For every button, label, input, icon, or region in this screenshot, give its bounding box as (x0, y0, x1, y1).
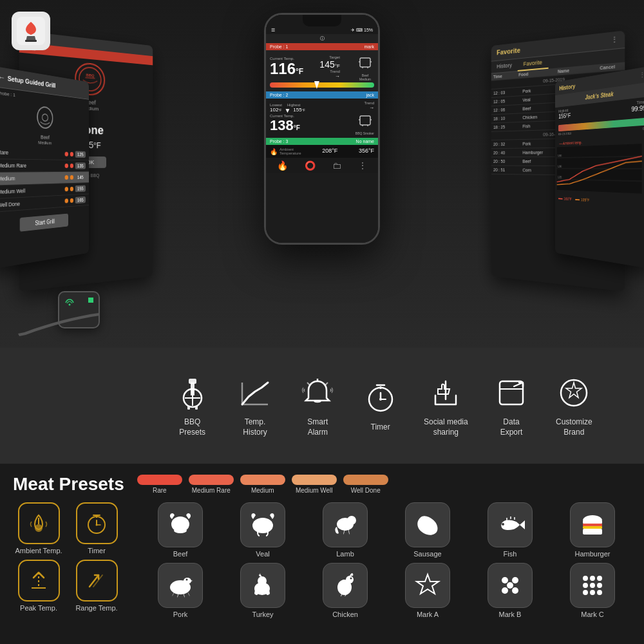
peak-temp-icon (18, 560, 60, 601)
svg-point-51 (502, 523, 504, 526)
app-logo (12, 12, 50, 50)
svg-point-2 (37, 106, 53, 129)
svg-point-60 (258, 576, 267, 585)
control-timer-label: Timer (88, 547, 106, 554)
bbq-presets-icon (173, 374, 212, 412)
meat-chicken[interactable]: Chicken (307, 563, 384, 618)
range-temp-icon (76, 560, 118, 601)
svg-rect-22 (195, 406, 198, 410)
hamburger-label: Hamburger (574, 550, 610, 558)
doneness-scale: Rare Medium Rare Medium Medium Well Well… (137, 475, 388, 494)
mark-c-label: Mark C (581, 611, 603, 618)
svg-text:160: 160 (558, 154, 562, 157)
svg-point-32 (379, 398, 382, 401)
start-grill-button[interactable]: Start Grill (20, 214, 68, 232)
feature-smart-alarm-label: SmartAlarm (307, 417, 328, 437)
medium-well-bar (292, 475, 337, 485)
svg-point-37 (35, 525, 42, 531)
svg-point-57 (184, 578, 191, 584)
temp-history-icon (236, 374, 274, 412)
meat-turkey[interactable]: Turkey (224, 563, 301, 618)
setup-guided-panel: ← Setup Guided Grill Probe : 1 Beef Medi… (0, 66, 89, 269)
lamb-icon (323, 502, 368, 547)
meat-mark-c[interactable]: Mark C (554, 563, 631, 618)
controls-row-2: Peak Temp. Range Temp. (13, 560, 129, 612)
meat-mark-a[interactable]: Mark A (389, 563, 466, 618)
veal-icon (240, 502, 285, 547)
svg-point-66 (507, 582, 513, 589)
data-export-icon (492, 374, 531, 412)
feature-social-sharing: Social mediasharing (424, 374, 468, 437)
chicken-label: Chicken (332, 611, 358, 618)
svg-rect-55 (583, 529, 602, 535)
phone-screen: ☰ ✈ ⌨ 15% ⓘ Probe : 1mark Current Temp. … (266, 15, 378, 243)
pork-icon (158, 563, 203, 608)
social-sharing-icon (426, 374, 465, 412)
svg-rect-52 (583, 520, 602, 524)
svg-text:105: 105 (558, 175, 562, 178)
features-section: BBQPresets Temp.History (0, 348, 644, 464)
svg-point-73 (590, 583, 595, 588)
svg-point-3 (43, 114, 48, 122)
history-food-temp-label: 105°F (581, 198, 589, 202)
feature-temp-history: Temp.History (236, 374, 274, 437)
customize-brand-icon (554, 374, 593, 412)
feature-data-export: DataExport (492, 374, 531, 437)
phone-mockup: ☰ ✈ ⌨ 15% ⓘ Probe : 1mark Current Temp. … (264, 13, 380, 245)
feature-smart-alarm: SmartAlarm (298, 374, 337, 437)
setup-title: Setup Guided Grill (8, 75, 56, 89)
control-timer-icon (76, 502, 118, 544)
ambient-temp-icon (18, 502, 60, 544)
svg-point-77 (597, 590, 602, 595)
svg-text:BBQ: BBQ (86, 73, 95, 78)
well-done-bar (343, 475, 388, 485)
meat-presets-title: Meat Presets (13, 474, 124, 495)
meat-sausage[interactable]: Sausage (389, 502, 466, 558)
svg-point-72 (583, 583, 588, 588)
svg-point-58 (186, 579, 188, 581)
svg-rect-53 (583, 524, 602, 526)
svg-text:130: 130 (558, 165, 562, 168)
feature-timer-label: Timer (371, 422, 390, 433)
feature-customize-brand-label: CustomizeBrand (556, 417, 592, 437)
svg-point-70 (590, 576, 595, 581)
mark-a-label: Mark A (417, 611, 439, 618)
feature-bbq-presets-label: BBQPresets (179, 417, 205, 437)
bottom-content: Ambient Temp. Timer (13, 502, 631, 618)
feature-customize-brand: CustomizeBrand (554, 374, 593, 437)
mark-c-icon (570, 563, 615, 608)
doneness-well-done: Well Done (343, 475, 388, 494)
meat-veal[interactable]: Veal (224, 502, 301, 558)
meat-pork[interactable]: Pork (142, 563, 219, 618)
meat-fish[interactable]: Fish (471, 502, 549, 558)
veal-label: Veal (256, 550, 269, 558)
meat-beef[interactable]: Beef (142, 502, 219, 558)
sausage-label: Sausage (413, 550, 441, 558)
phone-notch (303, 15, 341, 26)
svg-rect-1 (25, 40, 37, 42)
history-highest: 155°F (558, 112, 571, 120)
history-panel-title: History (559, 82, 575, 91)
device-image (13, 264, 155, 341)
svg-point-74 (597, 583, 602, 588)
meat-grid: Beef Veal (142, 502, 631, 618)
svg-rect-54 (583, 526, 602, 529)
peak-temp-label: Peak Temp. (20, 604, 57, 612)
mark-a-icon (405, 563, 450, 608)
meat-mark-b[interactable]: Mark B (471, 563, 549, 618)
ambient-temp-label: Ambient Temp. (15, 547, 62, 554)
svg-point-48 (252, 518, 273, 533)
svg-point-67 (502, 587, 508, 594)
svg-point-65 (512, 577, 518, 583)
mark-b-icon (488, 563, 533, 608)
mark-b-label: Mark B (499, 611, 522, 618)
meat-lamb[interactable]: Lamb (307, 502, 384, 558)
svg-point-69 (583, 576, 588, 581)
sausage-icon (405, 502, 450, 547)
meat-hamburger[interactable]: Hamburger (554, 502, 631, 558)
history-ambient-temp-label: 160°F (564, 197, 571, 202)
svg-point-76 (590, 590, 595, 595)
rare-label: Rare (153, 487, 167, 494)
rare-bar (137, 475, 182, 485)
beef-label: Beef (173, 550, 188, 558)
